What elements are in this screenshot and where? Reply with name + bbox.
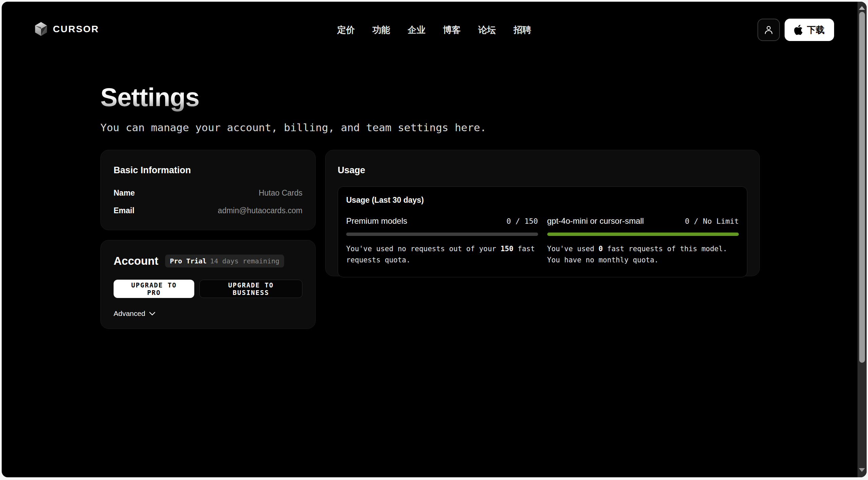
plan-remaining: 14 days remaining xyxy=(210,257,279,265)
nav-item-features[interactable]: 功能 xyxy=(373,24,390,36)
cursor-cube-icon xyxy=(34,21,48,37)
settings-page: Settings You can manage your account, bi… xyxy=(2,82,867,329)
scroll-down-arrow[interactable] xyxy=(859,468,865,472)
user-icon xyxy=(763,24,774,35)
name-row: Name Hutao Cards xyxy=(114,188,302,198)
usage-panel: Usage (Last 30 days) Premium models 0 / … xyxy=(338,186,747,277)
meter-description: You've used no requests out of your 150 … xyxy=(346,243,538,265)
email-row: Email admin@hutaocards.com xyxy=(114,206,302,215)
email-label: Email xyxy=(114,206,134,215)
left-column: Basic Information Name Hutao Cards Email… xyxy=(100,150,316,329)
email-value: admin@hutaocards.com xyxy=(218,206,302,215)
nav-item-pricing[interactable]: 定价 xyxy=(337,24,355,36)
meter-description: You've used 0 fast requests of this mode… xyxy=(547,243,739,265)
upgrade-to-pro-button[interactable]: UPGRADE TO PRO xyxy=(114,280,194,298)
usage-panel-title: Usage (Last 30 days) xyxy=(346,196,739,205)
account-card: Account Pro Trial 14 days remaining UPGR… xyxy=(100,240,316,329)
mini-models-meter: gpt-4o-mini or cursor-small 0 / No Limit… xyxy=(547,216,739,265)
premium-models-meter: Premium models 0 / 150 You've used no re… xyxy=(346,216,538,265)
top-nav-bar: CURSOR 定价 功能 企业 博客 论坛 招聘 下载 xyxy=(2,2,867,58)
main-nav: 定价 功能 企业 博客 论坛 招聘 xyxy=(337,2,531,58)
meter-name: Premium models xyxy=(346,216,407,226)
app-surface: CURSOR 定价 功能 企业 博客 论坛 招聘 下载 xyxy=(2,2,867,477)
advanced-toggle[interactable]: Advanced xyxy=(114,309,155,318)
account-title: Account xyxy=(114,255,158,267)
nav-item-enterprise[interactable]: 企业 xyxy=(408,24,426,36)
plan-badge: Pro Trial 14 days remaining xyxy=(165,255,284,267)
usage-meter-1-fill xyxy=(547,233,739,236)
account-button[interactable] xyxy=(757,19,780,41)
download-label: 下载 xyxy=(807,24,825,36)
page-title: Settings xyxy=(100,82,199,112)
meter-name: gpt-4o-mini or cursor-small xyxy=(547,216,644,226)
vertical-scrollbar[interactable] xyxy=(857,2,867,477)
usage-title: Usage xyxy=(338,165,747,176)
apple-icon xyxy=(794,25,803,35)
progress-bar-track xyxy=(547,233,739,236)
nav-item-blog[interactable]: 博客 xyxy=(443,24,461,36)
header-actions: 下载 xyxy=(757,19,834,41)
page-subtitle: You can manage your account, billing, an… xyxy=(100,121,867,134)
scroll-up-arrow[interactable] xyxy=(859,6,865,10)
download-button[interactable]: 下载 xyxy=(785,19,834,41)
upgrade-to-business-button[interactable]: UPGRADE TO BUSINESS xyxy=(199,280,302,298)
nav-item-forum[interactable]: 论坛 xyxy=(478,24,496,36)
meter-value: 0 / No Limit xyxy=(685,217,739,225)
usage-card: Usage Usage (Last 30 days) Premium model… xyxy=(325,150,760,276)
basic-information-title: Basic Information xyxy=(114,165,302,176)
basic-information-card: Basic Information Name Hutao Cards Email… xyxy=(100,150,316,230)
chevron-down-icon xyxy=(149,312,155,316)
plan-name: Pro Trial xyxy=(170,257,206,265)
logo-wordmark: CURSOR xyxy=(53,24,99,35)
meter-value: 0 / 150 xyxy=(507,217,538,225)
nav-item-careers[interactable]: 招聘 xyxy=(514,24,531,36)
progress-bar-track xyxy=(346,233,538,236)
name-value: Hutao Cards xyxy=(259,188,302,198)
cursor-logo[interactable]: CURSOR xyxy=(34,21,99,37)
scrollbar-thumb[interactable] xyxy=(859,12,865,363)
advanced-label: Advanced xyxy=(114,309,145,318)
name-label: Name xyxy=(114,188,135,198)
